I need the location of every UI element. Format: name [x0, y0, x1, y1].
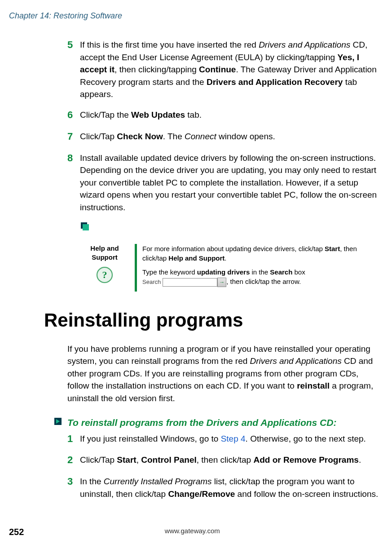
svg-rect-1: [83, 224, 89, 230]
steps-block-2: 1If you just reinstalled Windows, go to …: [67, 433, 379, 500]
help-green-bar: [135, 244, 137, 292]
help-question-icon: ?: [80, 266, 129, 284]
page-number: 252: [9, 527, 24, 537]
step-2: 2Click/Tap Start, Control Panel, then cl…: [67, 454, 379, 467]
step-8: 8Install available updated device driver…: [67, 152, 379, 214]
procedure-arrow-icon: [54, 417, 63, 428]
step-number: 5: [67, 38, 80, 101]
step-text: Click/Tap Start, Control Panel, then cli…: [80, 454, 379, 467]
help-and-support-box: Help and Support ? For more information …: [80, 244, 383, 292]
step-5: 5If this is the first time you have inse…: [67, 39, 379, 101]
step-text: If this is the first time you have inser…: [80, 39, 379, 101]
help-text: For more information about updating devi…: [142, 244, 383, 292]
step-text: Install available updated device drivers…: [80, 152, 379, 214]
step-7: 7Click/Tap Check Now. The Connect window…: [67, 130, 379, 144]
step-text: If you just reinstalled Windows, go to S…: [80, 433, 379, 446]
step-number: 7: [67, 129, 80, 144]
step-number: 3: [67, 474, 80, 500]
step-text: Click/Tap Check Now. The Connect window …: [80, 130, 379, 144]
step-text: In the Currently Installed Programs list…: [80, 475, 379, 500]
step-3: 3In the Currently Installed Programs lis…: [67, 475, 379, 500]
chapter-header: Chapter 14: Restoring Software: [9, 11, 383, 21]
step-number: 8: [67, 151, 80, 214]
section-title: Reinstalling programs: [44, 310, 383, 331]
step-6: 6Click/Tap the Web Updates tab.: [67, 109, 379, 122]
step-text: Click/Tap the Web Updates tab.: [80, 109, 379, 122]
search-box-mock: Search →: [142, 278, 226, 287]
step-number: 1: [67, 432, 80, 446]
step-1: 1If you just reinstalled Windows, go to …: [67, 433, 379, 446]
procedure-heading: To reinstall programs from the Drivers a…: [54, 417, 383, 428]
page-footer: 252 www.gateway.com: [9, 527, 379, 537]
svg-text:?: ?: [102, 269, 107, 280]
help-label: Help and Support: [80, 244, 129, 261]
intro-paragraph: If you have problems running a program o…: [67, 343, 379, 405]
end-of-steps-icon: [80, 221, 383, 233]
step-number: 2: [67, 453, 80, 467]
footer-url: www.gateway.com: [165, 527, 220, 537]
search-arrow-icon: →: [217, 278, 226, 287]
step-number: 6: [67, 108, 80, 122]
steps-block-1: 5If this is the first time you have inse…: [67, 39, 379, 213]
